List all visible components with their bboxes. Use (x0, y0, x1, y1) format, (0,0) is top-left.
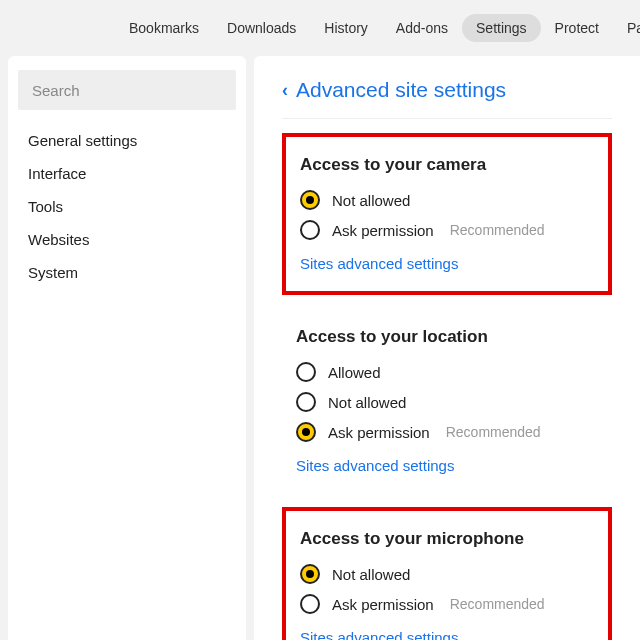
radio-label: Not allowed (328, 394, 406, 411)
radio-label: Not allowed (332, 566, 410, 583)
radio-icon (296, 392, 316, 412)
tab-protect[interactable]: Protect (541, 14, 613, 42)
radio-label: Allowed (328, 364, 381, 381)
page-title: Advanced site settings (296, 78, 506, 102)
radio-icon (300, 220, 320, 240)
radio-mic-ask[interactable]: Ask permission Recommended (300, 589, 594, 619)
recommended-hint: Recommended (450, 596, 545, 612)
radio-icon (300, 594, 320, 614)
radio-location-not-allowed[interactable]: Not allowed (296, 387, 598, 417)
tab-history[interactable]: History (310, 14, 382, 42)
radio-camera-not-allowed[interactable]: Not allowed (300, 185, 594, 215)
section-title-camera: Access to your camera (300, 155, 594, 175)
link-camera-sites[interactable]: Sites advanced settings (300, 255, 458, 272)
sidebar-item-tools[interactable]: Tools (18, 190, 236, 223)
radio-icon (300, 564, 320, 584)
radio-location-ask[interactable]: Ask permission Recommended (296, 417, 598, 447)
search-input[interactable] (18, 70, 236, 110)
radio-label: Not allowed (332, 192, 410, 209)
link-location-sites[interactable]: Sites advanced settings (296, 457, 454, 474)
section-title-location: Access to your location (296, 327, 598, 347)
tab-bookmarks[interactable]: Bookmarks (115, 14, 213, 42)
radio-label: Ask permission (328, 424, 430, 441)
radio-label: Ask permission (332, 222, 434, 239)
section-location: Access to your location Allowed Not allo… (282, 309, 612, 493)
chevron-left-icon: ‹ (282, 80, 288, 101)
section-title-microphone: Access to your microphone (300, 529, 594, 549)
tab-passwords[interactable]: Passwords (613, 14, 640, 42)
top-tabs: Bookmarks Downloads History Add-ons Sett… (0, 0, 640, 56)
tab-addons[interactable]: Add-ons (382, 14, 462, 42)
recommended-hint: Recommended (450, 222, 545, 238)
radio-icon (296, 362, 316, 382)
section-microphone: Access to your microphone Not allowed As… (282, 507, 612, 640)
radio-location-allowed[interactable]: Allowed (296, 357, 598, 387)
tab-settings[interactable]: Settings (462, 14, 541, 42)
link-mic-sites[interactable]: Sites advanced settings (300, 629, 458, 640)
settings-sidebar: General settings Interface Tools Website… (8, 56, 246, 640)
sidebar-item-websites[interactable]: Websites (18, 223, 236, 256)
radio-camera-ask[interactable]: Ask permission Recommended (300, 215, 594, 245)
section-camera: Access to your camera Not allowed Ask pe… (282, 133, 612, 295)
radio-icon (300, 190, 320, 210)
main-panel: ‹ Advanced site settings Access to your … (254, 56, 640, 640)
sidebar-item-system[interactable]: System (18, 256, 236, 289)
tab-downloads[interactable]: Downloads (213, 14, 310, 42)
radio-mic-not-allowed[interactable]: Not allowed (300, 559, 594, 589)
radio-icon (296, 422, 316, 442)
sidebar-item-interface[interactable]: Interface (18, 157, 236, 190)
sidebar-item-general[interactable]: General settings (18, 124, 236, 157)
radio-label: Ask permission (332, 596, 434, 613)
recommended-hint: Recommended (446, 424, 541, 440)
breadcrumb-back[interactable]: ‹ Advanced site settings (282, 78, 612, 119)
